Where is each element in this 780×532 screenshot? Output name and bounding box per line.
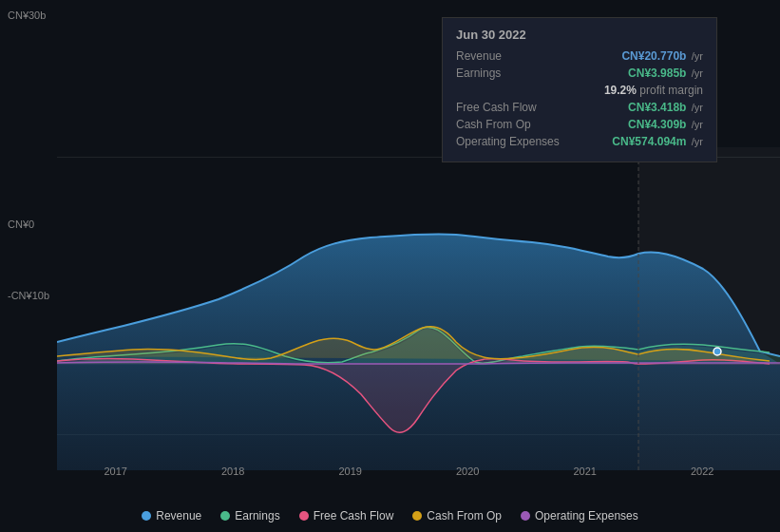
- tooltip-fcf-row: Free Cash Flow CN¥3.418b /yr: [456, 101, 703, 114]
- x-axis: 2017 2018 2019 2020 2021 2022: [0, 466, 780, 477]
- legend-fcf-dot: [299, 511, 309, 521]
- tooltip-title: Jun 30 2022: [456, 28, 703, 42]
- tooltip-cashop-row: Cash From Op CN¥4.309b /yr: [456, 118, 703, 131]
- legend-cash-from-op[interactable]: Cash From Op: [412, 509, 502, 522]
- legend-revenue[interactable]: Revenue: [142, 509, 201, 522]
- tooltip-revenue-value: CN¥20.770b /yr: [621, 49, 703, 63]
- tooltip-fcf-label: Free Cash Flow: [456, 101, 537, 114]
- tooltip-opex-row: Operating Expenses CN¥574.094m /yr: [456, 135, 703, 148]
- legend-opex-dot: [521, 511, 530, 521]
- tooltip-revenue-label: Revenue: [456, 49, 502, 63]
- x-label-2017: 2017: [105, 466, 127, 477]
- tooltip-cashop-label: Cash From Op: [456, 118, 531, 131]
- legend-cashop-dot: [412, 511, 422, 521]
- legend-operating-expenses[interactable]: Operating Expenses: [521, 509, 638, 522]
- legend-revenue-label: Revenue: [156, 509, 201, 522]
- legend-fcf-label: Free Cash Flow: [314, 509, 394, 522]
- x-label-2020: 2020: [456, 466, 479, 477]
- tooltip-cashop-value: CN¥4.309b /yr: [628, 118, 703, 131]
- x-label-2019: 2019: [339, 466, 362, 477]
- legend-revenue-dot: [142, 511, 151, 521]
- legend-cashop-label: Cash From Op: [427, 509, 502, 522]
- legend-earnings-dot: [220, 511, 230, 521]
- x-label-2022: 2022: [691, 466, 713, 477]
- tooltip-opex-value: CN¥574.094m /yr: [612, 135, 703, 148]
- tooltip-earnings-row: Earnings CN¥3.985b /yr: [456, 66, 703, 80]
- chart-legend: Revenue Earnings Free Cash Flow Cash Fro…: [0, 509, 780, 522]
- tooltip-earnings-value: CN¥3.985b /yr: [628, 66, 703, 80]
- tooltip-revenue-row: Revenue CN¥20.770b /yr: [456, 49, 703, 63]
- x-label-2021: 2021: [574, 466, 597, 477]
- tooltip-earnings-label: Earnings: [456, 66, 501, 80]
- legend-earnings[interactable]: Earnings: [220, 509, 279, 522]
- tooltip-profit-margin: 19.2% profit margin: [456, 84, 703, 97]
- chart-svg: [0, 147, 780, 470]
- legend-fcf[interactable]: Free Cash Flow: [299, 509, 394, 522]
- legend-opex-label: Operating Expenses: [535, 509, 638, 522]
- svg-point-2: [713, 348, 721, 355]
- legend-earnings-label: Earnings: [235, 509, 279, 522]
- tooltip-panel: Jun 30 2022 Revenue CN¥20.770b /yr Earni…: [442, 17, 717, 162]
- tooltip-opex-label: Operating Expenses: [456, 135, 560, 148]
- y-label-30b: CN¥30b: [8, 10, 46, 21]
- x-label-2018: 2018: [221, 466, 244, 477]
- tooltip-fcf-value: CN¥3.418b /yr: [628, 101, 703, 114]
